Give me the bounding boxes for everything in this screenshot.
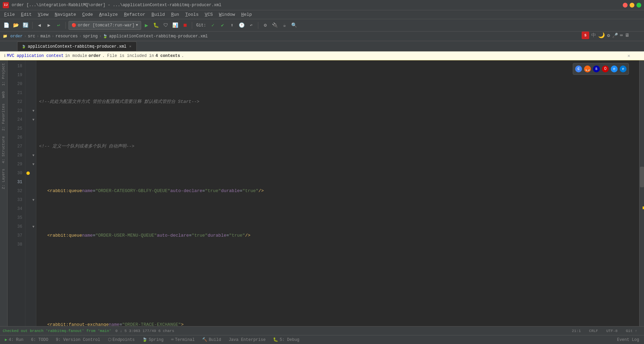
- back-button[interactable]: ◀: [35, 21, 44, 29]
- tab-terminal[interactable]: ⌨ Terminal: [168, 336, 198, 343]
- profile-button[interactable]: 📊: [171, 21, 179, 29]
- panel-layers[interactable]: Z: Layers: [0, 166, 7, 192]
- menu-help[interactable]: Help: [238, 11, 255, 18]
- fold-33[interactable]: ▼: [31, 195, 36, 204]
- debug-button[interactable]: 🐛: [152, 21, 160, 29]
- build-label: Build: [209, 337, 221, 342]
- git-commit-button[interactable]: ✔: [218, 21, 226, 29]
- tab-event-log[interactable]: Event Log: [614, 337, 643, 343]
- menu-tools[interactable]: Tools: [183, 11, 201, 18]
- close-button[interactable]: [623, 3, 628, 8]
- git-update-button[interactable]: ✓: [209, 21, 217, 29]
- settings-button[interactable]: ⚙: [261, 21, 269, 29]
- menu-code[interactable]: Code: [79, 11, 96, 18]
- tab-java-enterprise[interactable]: Java Enterprise: [225, 337, 269, 343]
- fold-23[interactable]: ▼: [31, 106, 36, 115]
- breadcrumb-src[interactable]: src: [28, 34, 35, 39]
- terminal-icon: ⌨: [171, 337, 174, 342]
- forward-button[interactable]: ▶: [45, 21, 53, 29]
- indicator-gutter: [25, 60, 31, 326]
- active-tab[interactable]: 🍃 applicationContext-rabbitmq-producer.x…: [17, 41, 137, 51]
- git-history-button[interactable]: 🕐: [237, 21, 246, 29]
- line-numbers: 18 19 20 21 22 23 24 25 26 27 28 29 30 3…: [8, 60, 25, 326]
- line-num-38: 38: [8, 240, 22, 249]
- info-end: .: [182, 54, 184, 58]
- fold-28[interactable]: ▼: [31, 151, 36, 160]
- tab-debug[interactable]: 🐛 5: Debug: [270, 336, 303, 343]
- tab-run[interactable]: ▶ 4: Run: [1, 336, 27, 343]
- indicator-37: [25, 231, 31, 240]
- terminal-label: Terminal: [175, 337, 195, 342]
- bottom-bar: ▶ 4: Run 6: TODO 9: Version Control ⬡ En…: [0, 335, 644, 344]
- menu-edit[interactable]: Edit: [18, 11, 34, 18]
- tab-spring[interactable]: 🍃 Spring: [139, 336, 167, 343]
- fold-27: [31, 142, 36, 151]
- tab-endpoints[interactable]: ⬡ Endpoints: [104, 336, 138, 343]
- line-num-32: 32: [8, 187, 22, 195]
- fold-29[interactable]: ▼: [31, 160, 36, 169]
- status-position: 21:1: [572, 329, 581, 333]
- brave-icon[interactable]: B: [593, 66, 600, 72]
- menu-navigate[interactable]: Navigate: [52, 11, 79, 18]
- indicator-18: [25, 62, 31, 71]
- window-controls[interactable]: [623, 3, 641, 8]
- breadcrumb-resources[interactable]: resources: [55, 34, 78, 39]
- menu-file[interactable]: File: [1, 11, 17, 18]
- edge-icon[interactable]: e: [620, 66, 627, 72]
- ie-icon[interactable]: e: [611, 66, 618, 72]
- tab-version-control[interactable]: 9: Version Control: [52, 337, 104, 343]
- indicator-38: [25, 240, 31, 249]
- line-num-31: 31: [8, 178, 22, 187]
- menu-window[interactable]: Window: [216, 11, 238, 18]
- stop-button[interactable]: ⏹: [181, 21, 189, 29]
- chrome-icon[interactable]: C: [575, 66, 582, 72]
- settings2-icon: ⚙: [607, 33, 610, 38]
- search-button[interactable]: 🔍: [290, 21, 298, 29]
- info-close-icon[interactable]: ✕: [628, 53, 630, 59]
- opera-icon[interactable]: O: [602, 66, 609, 72]
- maximize-button[interactable]: [636, 3, 641, 8]
- firefox-icon[interactable]: 🦊: [584, 66, 591, 72]
- fold-36[interactable]: ▼: [31, 222, 36, 231]
- coverage-button[interactable]: 🛡: [162, 21, 170, 29]
- panel-web[interactable]: Web: [0, 88, 7, 101]
- tab-build[interactable]: 🔨 Build: [199, 336, 224, 343]
- line-num-20: 20: [8, 80, 22, 88]
- code-area[interactable]: <!--此处为配置文件方式 管控台配置模式需要注释 默认模式管控台 Start-…: [36, 60, 639, 326]
- tab-close-button[interactable]: ×: [128, 44, 132, 49]
- panel-structure[interactable]: 4: Structure: [0, 133, 7, 166]
- breadcrumb-spring[interactable]: spring: [83, 34, 98, 39]
- breadcrumb-main[interactable]: main: [40, 34, 50, 39]
- menu-vcs[interactable]: VCS: [202, 11, 215, 18]
- plugins-button[interactable]: 🔌: [271, 21, 279, 29]
- menu-analyze[interactable]: Analyze: [96, 11, 121, 18]
- status-encoding: CRLF: [589, 329, 598, 333]
- open-button[interactable]: 📂: [12, 21, 20, 29]
- line-num-19: 19: [8, 71, 22, 80]
- panel-project[interactable]: 1: Project: [0, 60, 7, 88]
- line-num-21: 21: [8, 88, 22, 97]
- fold-24[interactable]: ▼: [31, 115, 36, 124]
- run-button[interactable]: ▶: [143, 21, 151, 29]
- tab-todo[interactable]: 6: TODO: [27, 337, 51, 343]
- new-button[interactable]: 📄: [2, 21, 10, 29]
- scroll-thumb[interactable]: [640, 167, 644, 187]
- run-config-selector[interactable]: 🔴 order [tomcat7:run-war] ▼: [69, 21, 141, 30]
- minimize-button[interactable]: [630, 3, 634, 8]
- git-rollback-button[interactable]: ↶: [247, 21, 255, 29]
- title-bar: IJ order [...\integration-RabbitMQ\order…: [0, 0, 644, 10]
- menu-view[interactable]: View: [35, 11, 51, 18]
- line-num-28: 28: [8, 151, 22, 160]
- indicator-23: [25, 106, 31, 115]
- sync-button[interactable]: 🔄: [21, 21, 29, 29]
- menu-refactor[interactable]: Refactor: [121, 11, 148, 18]
- sdk-button[interactable]: ☕: [280, 21, 288, 29]
- revert-button[interactable]: ↩: [54, 21, 63, 29]
- right-scrollbar[interactable]: [639, 60, 644, 326]
- menu-build[interactable]: Build: [149, 11, 168, 18]
- panel-favorites[interactable]: 2: Favorites: [0, 101, 7, 133]
- git-push-button[interactable]: ⬆: [228, 21, 236, 29]
- menu-run[interactable]: Run: [168, 11, 182, 18]
- breadcrumb-order[interactable]: order: [10, 34, 23, 39]
- breadcrumb-file[interactable]: applicationContext-rabbitmq-producer.xml: [109, 34, 208, 39]
